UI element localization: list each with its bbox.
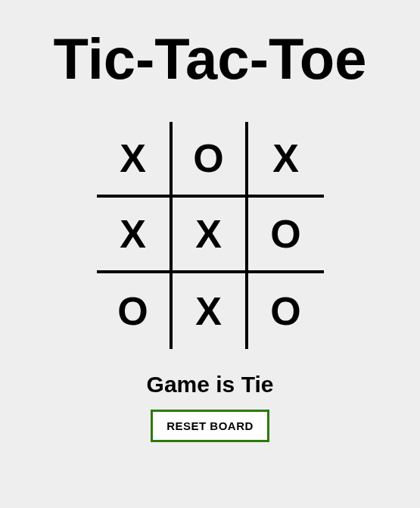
board-cell-2[interactable]: X xyxy=(248,122,324,198)
board-cell-7[interactable]: X xyxy=(173,273,248,349)
board-cell-4[interactable]: X xyxy=(173,198,248,273)
board-cell-6[interactable]: O xyxy=(97,273,173,349)
game-status: Game is Tie xyxy=(147,372,274,397)
game-container: Tic-Tac-Toe X O X X X O O X O Game is Ti… xyxy=(0,0,420,442)
reset-button[interactable]: RESET BOARD xyxy=(151,410,269,442)
board-cell-5[interactable]: O xyxy=(248,198,324,273)
board-cell-0[interactable]: X xyxy=(97,122,173,198)
board-cell-1[interactable]: O xyxy=(173,122,248,198)
game-board: X O X X X O O X O xyxy=(97,122,324,349)
board-cell-8[interactable]: O xyxy=(248,273,324,349)
page-title: Tic-Tac-Toe xyxy=(54,26,367,92)
board-cell-3[interactable]: X xyxy=(97,198,173,273)
